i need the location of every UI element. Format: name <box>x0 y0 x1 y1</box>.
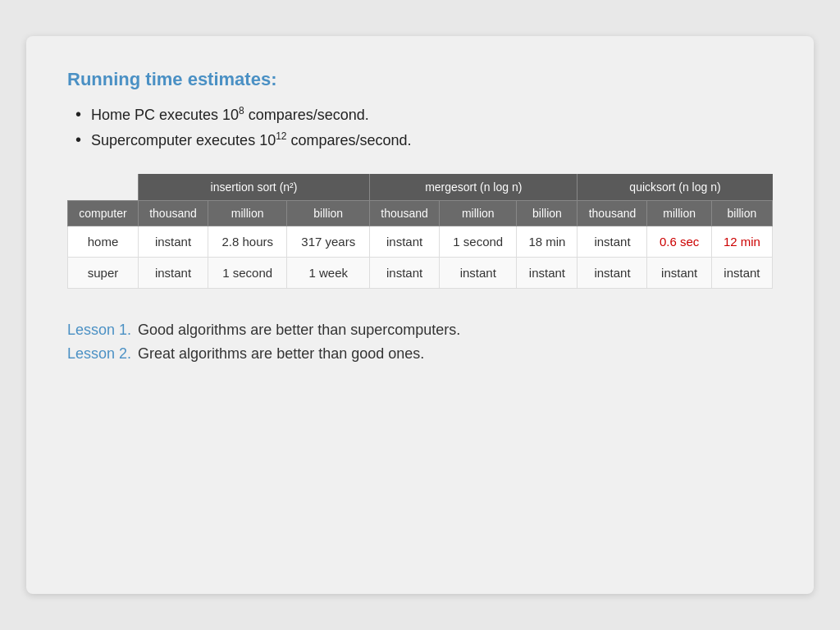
col-header-row: computer thousand million billion thousa… <box>68 201 773 226</box>
performance-table: insertion sort (n²) mergesort (n log n) … <box>67 174 773 289</box>
bullet-item-2: Supercomputer executes 1012 compares/sec… <box>75 130 773 149</box>
group-header-row: insertion sort (n²) mergesort (n log n) … <box>68 174 773 201</box>
bullet-2-sup: 12 <box>276 130 286 142</box>
col-ins-thousand: thousand <box>138 201 208 226</box>
lesson-2: Lesson 2. Great algorithms are better th… <box>67 345 773 363</box>
col-computer: computer <box>68 201 139 226</box>
lesson-1-label: Lesson 1. <box>67 322 131 339</box>
cell-r1-c3: 1 week <box>287 258 370 289</box>
cell-r0-c0: home <box>68 226 139 258</box>
lessons-section: Lesson 1. Good algorithms are better tha… <box>67 322 773 363</box>
lesson-1: Lesson 1. Good algorithms are better tha… <box>67 322 773 339</box>
cell-r1-c9: instant <box>711 258 772 289</box>
quicksort-header: quicksort (n log n) <box>578 174 773 201</box>
cell-r0-c7: instant <box>578 226 647 258</box>
table-body: homeinstant2.8 hours317 yearsinstant1 se… <box>68 226 773 289</box>
cell-r1-c7: instant <box>578 258 647 289</box>
empty-header <box>68 174 139 201</box>
table-wrapper: insertion sort (n²) mergesort (n log n) … <box>67 174 773 289</box>
lesson-2-label: Lesson 2. <box>67 345 131 363</box>
lesson-1-text: Good algorithms are better than supercom… <box>138 322 460 339</box>
col-merge-billion: billion <box>517 201 578 226</box>
cell-r1-c8: instant <box>647 258 711 289</box>
lesson-2-text: Great algorithms are better than good on… <box>138 345 424 363</box>
cell-r1-c2: 1 second <box>208 258 286 289</box>
table-row: superinstant1 second1 weekinstantinstant… <box>68 258 773 289</box>
col-quick-thousand: thousand <box>578 201 647 226</box>
col-ins-billion: billion <box>287 201 370 226</box>
cell-r0-c8: 0.6 sec <box>647 226 711 258</box>
bullet-list: Home PC executes 108 compares/second. Su… <box>75 105 773 149</box>
bullet-1-text: Home PC executes 108 compares/second. <box>91 105 369 124</box>
insertion-sort-header: insertion sort (n²) <box>138 174 369 201</box>
bullet-2-text: Supercomputer executes 1012 compares/sec… <box>91 130 412 149</box>
cell-r0-c3: 317 years <box>287 226 370 258</box>
bullet-item-1: Home PC executes 108 compares/second. <box>75 105 773 124</box>
cell-r0-c4: instant <box>370 226 440 258</box>
cell-r0-c5: 1 second <box>440 226 517 258</box>
cell-r1-c6: instant <box>517 258 578 289</box>
bullet-1-sup: 8 <box>239 105 244 116</box>
cell-r0-c2: 2.8 hours <box>208 226 286 258</box>
main-card: Running time estimates: Home PC executes… <box>26 36 814 594</box>
cell-r1-c0: super <box>68 258 139 289</box>
mergesort-header: mergesort (n log n) <box>370 174 578 201</box>
cell-r1-c1: instant <box>138 258 208 289</box>
cell-r1-c4: instant <box>370 258 440 289</box>
col-quick-billion: billion <box>711 201 772 226</box>
col-merge-million: million <box>440 201 517 226</box>
cell-r0-c1: instant <box>138 226 208 258</box>
col-ins-million: million <box>208 201 286 226</box>
cell-r0-c6: 18 min <box>517 226 578 258</box>
col-merge-thousand: thousand <box>370 201 440 226</box>
cell-r0-c9: 12 min <box>711 226 772 258</box>
table-row: homeinstant2.8 hours317 yearsinstant1 se… <box>68 226 773 258</box>
col-quick-million: million <box>647 201 711 226</box>
page-title: Running time estimates: <box>67 69 773 90</box>
cell-r1-c5: instant <box>440 258 517 289</box>
